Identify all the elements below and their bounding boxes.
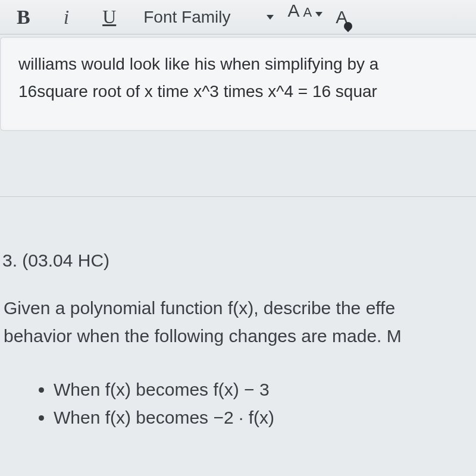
editor-line-1: williams would look like his when simpli… — [18, 51, 476, 78]
question-heading: 3. (03.04 HC) — [0, 250, 476, 271]
chevron-down-icon — [315, 12, 322, 17]
question-body-line-2: behavior when the following changes are … — [4, 322, 476, 350]
font-family-dropdown[interactable]: Font Family — [133, 1, 284, 34]
chevron-down-icon — [267, 15, 274, 20]
font-size-large-a: A — [288, 1, 300, 21]
list-item: When f(x) becomes −2 · f(x) — [54, 404, 476, 432]
list-item: When f(x) becomes f(x) − 3 — [54, 376, 476, 404]
bold-button[interactable]: B — [11, 1, 47, 34]
question-section: 3. (03.04 HC) Given a polynomial functio… — [0, 197, 476, 431]
question-body: Given a polynomial function f(x), descri… — [0, 271, 476, 350]
font-size-dropdown[interactable]: A A — [284, 1, 329, 34]
question-bullet-list: When f(x) becomes f(x) − 3 When f(x) bec… — [0, 350, 476, 431]
italic-button[interactable]: i — [47, 1, 86, 34]
underline-button[interactable]: U — [86, 1, 133, 34]
font-size-small-a: A — [303, 5, 312, 20]
font-color-button[interactable]: A — [328, 1, 347, 34]
question-body-line-1: Given a polynomial function f(x), descri… — [4, 295, 476, 322]
text-editor-area[interactable]: williams would look like his when simpli… — [0, 37, 476, 131]
formatting-toolbar: B i U Font Family A A A — [0, 0, 476, 35]
editor-line-2: 16square root of x time x^3 times x^4 = … — [18, 78, 476, 105]
font-family-label: Font Family — [143, 8, 230, 27]
